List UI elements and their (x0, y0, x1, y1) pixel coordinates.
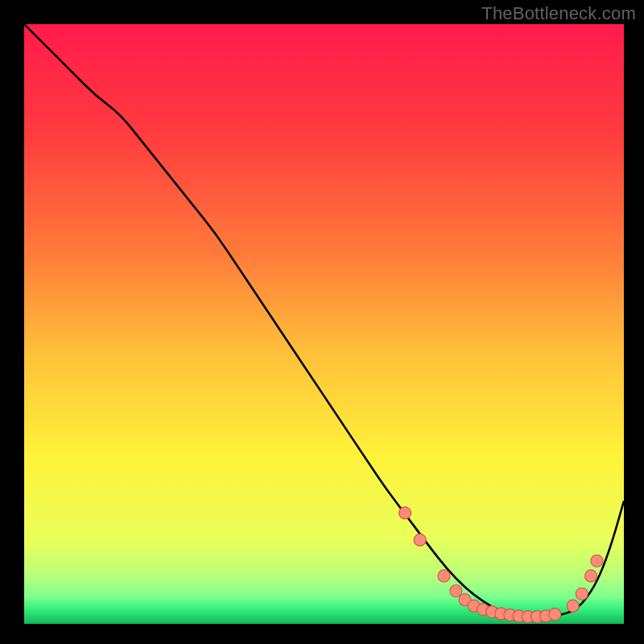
plot-svg (24, 24, 624, 624)
chart-stage: TheBottleneck.com (0, 0, 644, 644)
marker-point (399, 507, 411, 519)
watermark-label: TheBottleneck.com (481, 3, 636, 24)
marker-point (414, 534, 426, 546)
marker-point (438, 570, 450, 582)
plot-area (24, 24, 624, 624)
marker-point (576, 588, 588, 600)
marker-point (567, 600, 579, 612)
marker-point (585, 570, 597, 582)
marker-point (450, 585, 462, 597)
marker-point (549, 609, 561, 621)
marker-point (591, 555, 603, 567)
gradient-background (24, 24, 624, 624)
